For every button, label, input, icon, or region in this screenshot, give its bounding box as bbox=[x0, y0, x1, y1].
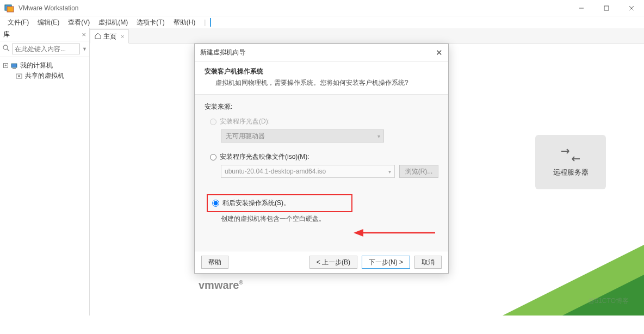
app-logo-icon bbox=[4, 3, 14, 13]
library-sidebar: 库 × ▼ + 我的计算机 共享的虚拟机 bbox=[0, 28, 90, 316]
remote-server-icon bbox=[560, 147, 581, 163]
vmware-logo: vmware® bbox=[199, 279, 243, 292]
tree-child-label: 共享的虚拟机 bbox=[25, 71, 64, 81]
opt-iso[interactable]: 安装程序光盘映像文件(iso)(M): bbox=[210, 152, 438, 162]
dialog-heading: 安装客户机操作系统 bbox=[205, 67, 438, 76]
iso-path-value: ubuntu-20.04.1-desktop-amd64.iso bbox=[225, 168, 326, 175]
tree-root-label: 我的计算机 bbox=[20, 61, 53, 70]
dialog-close-icon[interactable]: ✕ bbox=[436, 48, 443, 58]
opt-install-later-highlight: 稍后安装操作系统(S)。 bbox=[207, 194, 352, 212]
window-titlebar: VMware Workstation bbox=[0, 0, 644, 16]
annotation-arrow bbox=[354, 225, 435, 243]
back-button[interactable]: < 上一步(B) bbox=[309, 256, 357, 269]
radio-disc[interactable] bbox=[210, 119, 216, 125]
home-icon bbox=[95, 33, 101, 41]
svg-line-27 bbox=[7, 49, 9, 51]
radio-later[interactable] bbox=[212, 200, 219, 207]
browse-button[interactable]: 浏览(R)... bbox=[399, 165, 438, 178]
svg-rect-28 bbox=[11, 64, 17, 67]
chevron-down-icon: ▾ bbox=[388, 169, 391, 175]
decor-triangle bbox=[562, 275, 644, 316]
tab-bar: 主页 × bbox=[90, 28, 644, 44]
svg-point-31 bbox=[18, 75, 20, 77]
help-button[interactable]: 帮助 bbox=[201, 256, 228, 269]
tab-close-icon[interactable]: × bbox=[121, 33, 124, 40]
window-title: VMware Workstation bbox=[18, 4, 569, 12]
later-note: 创建的虚拟机将包含一个空白硬盘。 bbox=[221, 214, 438, 224]
view-side-icon[interactable] bbox=[210, 18, 211, 27]
expand-icon[interactable]: + bbox=[3, 63, 8, 68]
minimize-button[interactable] bbox=[569, 0, 594, 16]
opt-later-label: 稍后安装操作系统(S)。 bbox=[222, 199, 290, 208]
tree-child-item[interactable]: 共享的虚拟机 bbox=[3, 71, 86, 81]
menu-tabs[interactable]: 选项卡(T) bbox=[132, 17, 169, 28]
dialog-subheading: 虚拟机如同物理机，需要操作系统。您将如何安装客户机操作系统? bbox=[205, 78, 438, 88]
search-dropdown-icon[interactable]: ▼ bbox=[82, 46, 87, 52]
svg-rect-3 bbox=[604, 6, 609, 10]
cancel-button[interactable]: 取消 bbox=[414, 256, 442, 269]
tab-home[interactable]: 主页 × bbox=[90, 29, 129, 44]
radio-iso[interactable] bbox=[210, 154, 216, 160]
library-tree: + 我的计算机 共享的虚拟机 bbox=[0, 57, 89, 84]
chevron-down-icon: ▾ bbox=[377, 133, 380, 139]
iso-path-input[interactable]: ubuntu-20.04.1-desktop-amd64.iso ▾ bbox=[221, 165, 395, 178]
opt-disc-label: 安装程序光盘(D): bbox=[220, 117, 270, 126]
svg-rect-29 bbox=[13, 68, 16, 69]
watermark: @51CTO博客 bbox=[588, 296, 629, 306]
menu-edit[interactable]: 编辑(E) bbox=[33, 17, 64, 28]
remote-server-card[interactable]: 远程服务器 bbox=[535, 135, 606, 189]
close-button[interactable] bbox=[619, 0, 644, 16]
computer-icon bbox=[10, 62, 18, 70]
menu-divider: | bbox=[200, 17, 210, 27]
library-title: 库 bbox=[3, 30, 10, 39]
opt-installer-disc[interactable]: 安装程序光盘(D): bbox=[210, 117, 438, 126]
shared-vm-icon bbox=[15, 72, 23, 80]
menubar: 文件(F) 编辑(E) 查看(V) 虚拟机(M) 选项卡(T) 帮助(H) | bbox=[0, 16, 644, 28]
svg-rect-1 bbox=[7, 7, 14, 12]
close-library-icon[interactable]: × bbox=[82, 30, 86, 39]
next-button[interactable]: 下一步(N) > bbox=[362, 256, 410, 269]
remote-server-label: 远程服务器 bbox=[553, 168, 589, 177]
dialog-title: 新建虚拟机向导 bbox=[200, 48, 246, 57]
library-search-input[interactable] bbox=[12, 44, 80, 54]
menu-vm[interactable]: 虚拟机(M) bbox=[94, 17, 132, 28]
tab-home-label: 主页 bbox=[103, 32, 116, 41]
svg-marker-33 bbox=[354, 229, 363, 237]
disc-drive-select: 无可用驱动器 ▾ bbox=[221, 129, 384, 143]
search-icon bbox=[2, 44, 10, 54]
disc-none-label: 无可用驱动器 bbox=[226, 132, 265, 141]
svg-point-26 bbox=[3, 45, 8, 50]
menu-file[interactable]: 文件(F) bbox=[3, 17, 33, 28]
menu-view[interactable]: 查看(V) bbox=[64, 17, 94, 28]
install-source-label: 安装来源: bbox=[205, 102, 438, 112]
tree-root-item[interactable]: + 我的计算机 bbox=[3, 60, 86, 71]
maximize-button[interactable] bbox=[594, 0, 619, 16]
menu-help[interactable]: 帮助(H) bbox=[169, 17, 200, 28]
opt-iso-label: 安装程序光盘映像文件(iso)(M): bbox=[220, 152, 309, 162]
